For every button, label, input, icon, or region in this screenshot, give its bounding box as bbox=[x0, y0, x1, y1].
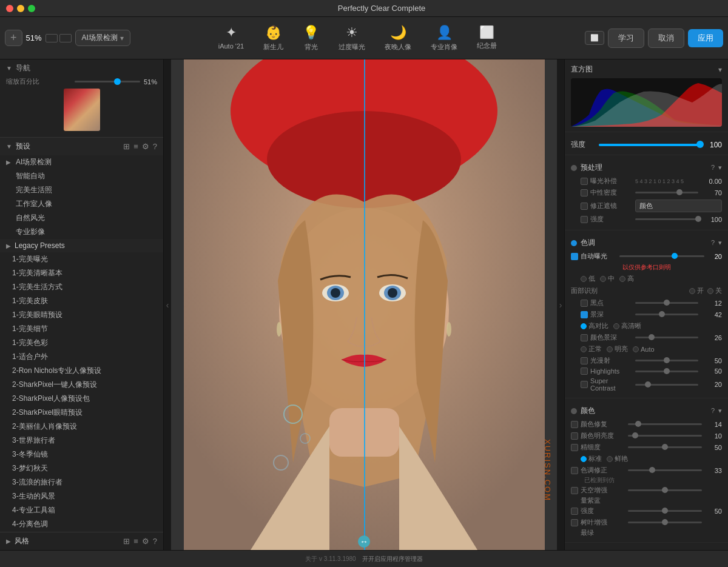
level-high[interactable]: 高 bbox=[619, 274, 634, 283]
color-depth-checkbox[interactable] bbox=[581, 334, 588, 341]
pre-intensity-slider[interactable] bbox=[635, 218, 698, 220]
black-point-checkbox[interactable] bbox=[581, 300, 588, 307]
add-button[interactable]: + bbox=[5, 30, 22, 46]
style-help-icon[interactable]: ? bbox=[153, 537, 157, 546]
color-repair-checkbox[interactable] bbox=[571, 421, 578, 428]
color-repair-slider[interactable] bbox=[628, 423, 702, 425]
tab-newborn[interactable]: 👶 新生儿 bbox=[256, 22, 291, 54]
preset-item-life-style[interactable]: 1-完美生活方式 bbox=[0, 280, 163, 294]
preset-list-icon[interactable]: ≡ bbox=[133, 142, 138, 151]
presets-collapse[interactable]: ▼ bbox=[6, 143, 12, 150]
preset-item-winter[interactable]: 3-冬季仙镜 bbox=[0, 448, 163, 461]
manage-link[interactable]: 开开启应用程序管理器 bbox=[362, 555, 423, 563]
pre-help-icon[interactable]: ? bbox=[711, 164, 715, 172]
preset-item-dream-autumn[interactable]: 3-梦幻秋天 bbox=[0, 461, 163, 475]
cancel-button[interactable]: 取消 bbox=[648, 29, 684, 48]
styles-collapse[interactable]: ▶ bbox=[6, 538, 11, 545]
preset-item-pro-photo[interactable]: 专业影像 bbox=[0, 225, 163, 239]
apply-button[interactable]: 应用 bbox=[688, 29, 723, 47]
pre-menu-icon[interactable]: ▾ bbox=[718, 164, 722, 172]
view-single[interactable] bbox=[46, 34, 58, 42]
depth-slider[interactable] bbox=[635, 314, 698, 315]
preset-item-studio[interactable]: 工作室人像 bbox=[0, 197, 163, 211]
highlights-slider[interactable] bbox=[635, 371, 698, 372]
exposure-comp-checkbox[interactable] bbox=[581, 178, 588, 185]
light-scatter-slider[interactable] bbox=[635, 360, 698, 361]
histogram-menu-icon[interactable]: ▾ bbox=[718, 65, 722, 74]
neutral-density-slider[interactable] bbox=[635, 192, 698, 193]
preset-item-perfect-life[interactable]: 完美生活照 bbox=[0, 183, 163, 197]
high-clarity-option[interactable]: 高清晰 bbox=[613, 321, 641, 330]
preset-item-separate-toning[interactable]: 4-分离色调 bbox=[0, 517, 163, 531]
preset-item-smart-auto[interactable]: 智能自动 ▶ bbox=[0, 169, 163, 183]
left-divider[interactable]: ‹ bbox=[164, 59, 171, 550]
standard-option[interactable]: 标准 bbox=[581, 454, 602, 463]
level-low[interactable]: 低 bbox=[581, 274, 595, 283]
super-contrast-slider[interactable] bbox=[635, 384, 698, 386]
high-contrast-option[interactable]: 高对比 bbox=[581, 321, 608, 330]
maximize-button[interactable] bbox=[28, 5, 35, 12]
bright-option[interactable]: 明亮 bbox=[607, 344, 628, 354]
color-help-icon[interactable]: ? bbox=[711, 407, 715, 415]
preset-grid-icon[interactable]: ⊞ bbox=[123, 142, 130, 151]
record-manage-button[interactable]: ⬜ bbox=[585, 31, 604, 45]
vivid-option[interactable]: 鲜艳 bbox=[607, 454, 628, 463]
ai-detect-button[interactable]: AI场景检测 ▾ bbox=[75, 30, 130, 46]
auto-exposure-checkbox[interactable] bbox=[571, 253, 578, 260]
preset-item-shark-pack[interactable]: 2-SharkPixel人像预设包 bbox=[0, 392, 163, 406]
leaf-enhance-slider[interactable] bbox=[628, 522, 702, 523]
normal-option[interactable]: 正常 bbox=[581, 344, 602, 354]
black-point-slider[interactable] bbox=[635, 302, 698, 304]
tab-auto21[interactable]: ✦ iAuto '21 bbox=[211, 22, 251, 54]
preset-item-shark-eye[interactable]: 2-SharkPixel眼睛预设 bbox=[0, 406, 163, 420]
highlights-checkbox[interactable] bbox=[581, 367, 588, 375]
color-depth-slider[interactable] bbox=[635, 337, 698, 338]
auto-exposure-slider[interactable] bbox=[619, 255, 704, 257]
ct-help-icon[interactable]: ? bbox=[711, 239, 715, 247]
color-brightness-checkbox[interactable] bbox=[571, 432, 578, 440]
preset-item-clear-basic[interactable]: 1-完美清晰基本 bbox=[0, 266, 163, 280]
nav-collapse[interactable]: ▼ bbox=[6, 65, 12, 72]
right-divider[interactable]: › bbox=[557, 59, 564, 550]
preset-item-outdoor[interactable]: 1-适合户外 bbox=[0, 350, 163, 364]
strength-slider[interactable] bbox=[599, 144, 700, 146]
preset-item-detail[interactable]: 1-完美细节 bbox=[0, 322, 163, 336]
intensity-checkbox[interactable] bbox=[571, 508, 578, 515]
preset-item-beautiful-girl[interactable]: 2-美丽佳人肖像预设 bbox=[0, 420, 163, 434]
super-contrast-checkbox[interactable] bbox=[581, 381, 588, 388]
tab-record[interactable]: ⬜ 纪念册 bbox=[470, 22, 504, 54]
correct-lens-checkbox[interactable] bbox=[581, 203, 588, 210]
preset-item-ai-scene[interactable]: ▶ AI场景检测 ▶ bbox=[0, 155, 163, 169]
light-scatter-checkbox[interactable] bbox=[581, 357, 588, 364]
preset-item-perfect-exp[interactable]: 1-完美曝光 bbox=[0, 252, 163, 266]
preset-item-wanderer[interactable]: 3-流浪的旅行者 bbox=[0, 475, 163, 489]
preset-item-shark1[interactable]: 2-SharkPixel一键人像预设 bbox=[0, 378, 163, 392]
tab-night[interactable]: 🌙 夜晚人像 bbox=[377, 22, 419, 54]
preset-help-icon[interactable]: ? bbox=[153, 142, 157, 151]
sky-enhance-checkbox[interactable] bbox=[571, 487, 578, 494]
style-settings-icon[interactable]: ⚙ bbox=[142, 537, 149, 546]
ct-menu-icon[interactable]: ▾ bbox=[718, 239, 722, 247]
split-handle[interactable]: ↔ bbox=[358, 535, 370, 548]
saturation-checkbox[interactable] bbox=[571, 444, 578, 451]
minimize-button[interactable] bbox=[17, 5, 24, 12]
face-on[interactable]: 开 bbox=[689, 286, 704, 295]
preset-item-pro-tools[interactable]: 4-专业工具箱 bbox=[0, 503, 163, 517]
intensity-slider[interactable] bbox=[628, 510, 702, 512]
style-list-icon[interactable]: ≡ bbox=[133, 537, 138, 546]
preset-item-eye-preset[interactable]: 1-完美眼睛预设 bbox=[0, 308, 163, 322]
color-correction-checkbox[interactable] bbox=[571, 467, 578, 474]
saturation-slider[interactable] bbox=[628, 446, 702, 448]
tab-portrait[interactable]: 👤 专业肖像 bbox=[423, 22, 465, 54]
sky-enhance-slider[interactable] bbox=[628, 489, 702, 491]
learn-button[interactable]: 学习 bbox=[608, 29, 644, 48]
preset-item-vivid-landscape[interactable]: 3-生动的风景 bbox=[0, 489, 163, 503]
close-button[interactable] bbox=[6, 5, 13, 12]
legacy-presets-header[interactable]: ▶ Legacy Presets bbox=[0, 239, 163, 252]
color-brightness-slider[interactable] bbox=[628, 435, 702, 437]
color-correction-slider[interactable] bbox=[628, 469, 702, 471]
preset-settings-icon[interactable]: ⚙ bbox=[142, 142, 149, 151]
tab-backlight[interactable]: 💡 背光 bbox=[295, 22, 326, 54]
preset-item-color[interactable]: 1-完美色彩 bbox=[0, 336, 163, 350]
preset-item-world-travel[interactable]: 3-世界旅行者 bbox=[0, 434, 163, 448]
